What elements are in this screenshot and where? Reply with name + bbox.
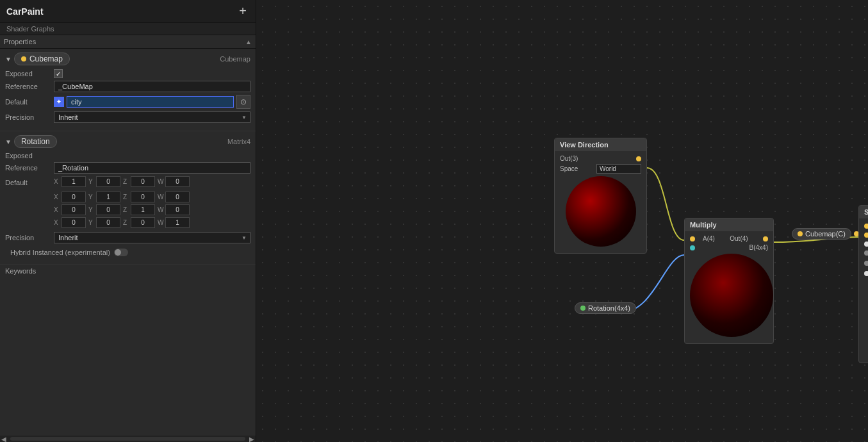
view-dir-out-port — [636, 156, 641, 161]
rotation-default-label: Default — [5, 179, 50, 186]
rotation-r2y-input[interactable] — [96, 204, 120, 215]
properties-section-header: Properties ▲ — [0, 35, 256, 49]
shader-graphs-subtitle: Shader Graphs — [0, 23, 256, 35]
rotation-r2c3: W — [158, 204, 190, 215]
rotation-type-label: Matrix4 — [227, 138, 250, 145]
cubemap-pill[interactable]: Cubemap — [14, 53, 70, 65]
rotation-precision-select-wrap: Inherit — [54, 232, 250, 243]
view-dir-sphere-preview — [566, 176, 636, 247]
rotation-r1y-input[interactable] — [96, 192, 120, 202]
rotation-block: ▼ Rotation Matrix4 Exposed Reference Def… — [0, 131, 256, 265]
properties-panel: ▼ Cubemap Cubemap Exposed ✓ Reference — [0, 49, 256, 436]
view-dir-space-select[interactable]: World — [596, 164, 641, 174]
cubemap-reference-input[interactable] — [54, 81, 250, 92]
rotation-r2c2: Z — [123, 204, 155, 215]
rotation-r2x-input[interactable] — [61, 204, 86, 215]
view-direction-body: Out(3) Space World — [555, 151, 646, 253]
rotation-precision-select[interactable]: Inherit — [54, 232, 250, 243]
scroll-left-icon[interactable]: ◀ — [0, 436, 8, 443]
rotation-r3c1: Y — [88, 217, 120, 228]
rotation-block-header: ▼ Rotation Matrix4 — [5, 135, 250, 148]
view-dir-space-label: Space — [560, 165, 578, 172]
sample-cube-port — [864, 224, 868, 229]
rotation-matrix-grid: X Y Z W — [5, 192, 250, 228]
rotation-r0c2: Z — [123, 176, 155, 187]
rotation-r1c3: W — [158, 192, 190, 202]
multiply-node: Multiply A(4) Out(4) B(4x4) — [684, 218, 774, 344]
hybrid-toggle-thumb — [115, 249, 121, 256]
cubemap-default-input-wrap: ✦ ⊙ — [54, 95, 250, 109]
rotation-default-row0: X Y Z W — [54, 176, 190, 187]
rotation-precision-row: Precision Inherit — [5, 232, 250, 243]
rotation-r0w-input[interactable] — [165, 176, 190, 187]
rotation-reference-input[interactable] — [54, 162, 250, 174]
rotation-r1w-input[interactable] — [165, 192, 190, 202]
rotation-r2z-input[interactable] — [131, 204, 155, 215]
scroll-right-icon[interactable]: ▶ — [248, 436, 256, 443]
cubemap-exposed-checkbox[interactable]: ✓ — [54, 69, 63, 78]
rotation-exposed-row: Exposed — [5, 152, 250, 160]
cubemap-target-button[interactable]: ⊙ — [236, 95, 250, 109]
rotation-badge: Rotation(4x4) — [575, 302, 636, 314]
rotation-r1z-input[interactable] — [131, 192, 155, 202]
rotation-pill[interactable]: Rotation — [14, 135, 57, 148]
cubemap-precision-label: Precision — [5, 113, 50, 121]
view-direction-header: View Direction — [555, 138, 646, 151]
rotation-r2c0: X — [54, 204, 86, 215]
scroll-up-icon[interactable]: ▲ — [245, 38, 252, 45]
rotation-r3w-input[interactable] — [165, 217, 190, 228]
bottom-scrollbar[interactable]: ◀ ▶ — [0, 436, 256, 442]
rotation-r0c3: W — [158, 176, 190, 187]
multiply-out-label: Out(4) — [730, 235, 748, 242]
hybrid-toggle[interactable] — [114, 249, 128, 256]
rotation-r0x-input[interactable] — [61, 176, 86, 187]
cubemap-exposed-row: Exposed ✓ — [5, 69, 250, 78]
cubemap-header-left: ▼ Cubemap — [5, 53, 70, 65]
rotation-r2c1: Y — [88, 204, 120, 215]
sample-viewdir-row: ViewDir(3) — [864, 231, 868, 238]
scroll-track — [10, 437, 245, 441]
sample-cubemap-header: Sample Cubemap — [859, 206, 868, 218]
cubemap-chevron[interactable]: ▼ — [5, 56, 12, 63]
cubemap-precision-select-wrap: Inherit — [54, 111, 250, 123]
view-dir-out-label: Out(3) — [560, 155, 578, 162]
multiply-out-port — [763, 236, 768, 241]
multiply-a-port — [690, 236, 695, 241]
cubemap-exposed-label: Exposed — [5, 70, 50, 78]
multiply-b-label: B(4x4) — [749, 244, 768, 251]
sample-object-space-row: X Object Space — [864, 258, 868, 268]
cubemap-default-input[interactable] — [67, 96, 234, 108]
rotation-precision-label: Precision — [5, 234, 50, 241]
cubemap-pill-label: Cubemap — [29, 54, 63, 63]
cubemap-default-label: Default — [5, 98, 50, 106]
rotation-r3x-input[interactable] — [61, 217, 86, 228]
rotation-chevron[interactable]: ▼ — [5, 138, 12, 145]
cubemap-c-label: Cubemap(C) — [805, 230, 846, 238]
rotation-r2w-input[interactable] — [165, 204, 190, 215]
sample-viewdir-port — [864, 233, 868, 238]
canvas-area[interactable]: View Direction Out(3) Space World Rotati… — [256, 0, 868, 442]
title-bar: CarPaint + — [0, 0, 256, 23]
multiply-a-row: A(4) Out(4) — [690, 235, 768, 242]
view-dir-out-row: Out(3) — [560, 155, 641, 162]
cubemap-precision-select[interactable]: Inherit — [54, 111, 250, 123]
rotation-r3c3: W — [158, 217, 190, 228]
rotation-reference-row: Reference — [5, 162, 250, 174]
add-button[interactable]: + — [236, 4, 249, 19]
rotation-r3y-input[interactable] — [96, 217, 120, 228]
cubemap-texture-icon: ✦ — [54, 97, 64, 107]
cubemap-c-container: Cubemap(C) — [792, 228, 859, 240]
sample-normal-row: Normal(3) — [864, 240, 868, 247]
rotation-r0y-input[interactable] — [96, 176, 120, 187]
left-panel: CarPaint + Shader Graphs Properties ▲ ▼ … — [0, 0, 256, 442]
rotation-r3z-input[interactable] — [131, 217, 155, 228]
multiply-header: Multiply — [685, 218, 773, 231]
cubemap-precision-row: Precision Inherit — [5, 111, 250, 123]
sample-x-port — [864, 261, 868, 266]
rotation-reference-label: Reference — [5, 164, 50, 172]
rotation-r0z-input[interactable] — [131, 176, 155, 187]
properties-label: Properties — [4, 38, 36, 45]
view-dir-space-row: Space World — [560, 164, 641, 174]
rotation-r1x-input[interactable] — [61, 192, 86, 202]
sample-lod-port — [864, 271, 868, 276]
